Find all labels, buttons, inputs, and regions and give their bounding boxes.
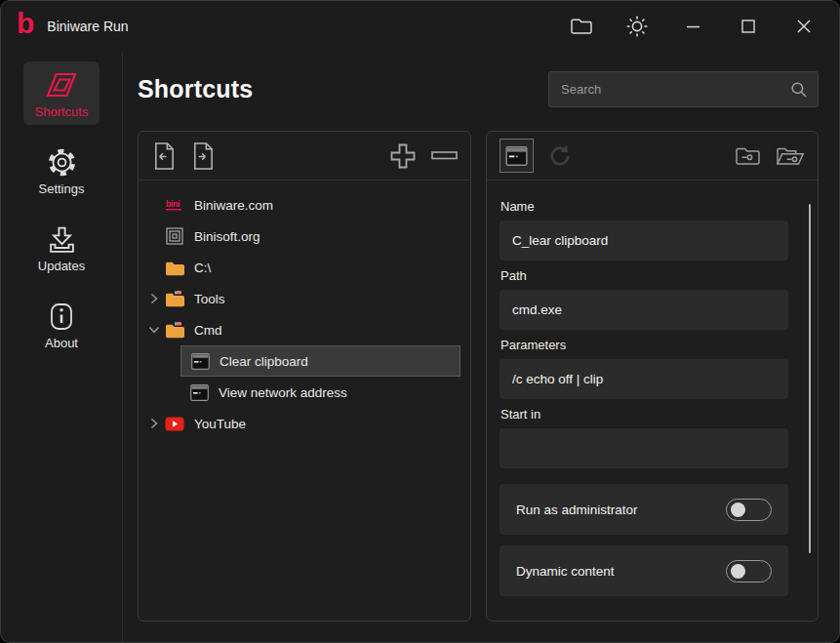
- browse-file-button[interactable]: [735, 145, 762, 167]
- close-icon: [797, 20, 811, 33]
- close-button[interactable]: [791, 12, 817, 41]
- tree-item-label: YouTube: [194, 417, 246, 431]
- content-panels: bini Biniware.com Binisoft.org: [123, 116, 839, 642]
- folder-icon: [569, 16, 594, 37]
- app-window: b Biniware Run: [0, 0, 840, 643]
- folder-icon: [163, 291, 186, 307]
- search-input[interactable]: [561, 82, 790, 97]
- run-as-admin-toggle[interactable]: [726, 499, 772, 521]
- search-icon: [790, 81, 808, 99]
- folder-button[interactable]: [569, 12, 594, 41]
- scrollbar-thumb[interactable]: [809, 204, 811, 553]
- chevron-right-icon[interactable]: [145, 293, 163, 304]
- tree-item-label: Biniware.com: [194, 198, 273, 213]
- sidebar: Shortcuts Settings Updates About: [1, 52, 123, 642]
- minimize-icon: [687, 25, 700, 28]
- tree-item-tools[interactable]: Tools: [139, 283, 465, 314]
- name-field[interactable]: [500, 221, 788, 261]
- tree-item-view-network-address[interactable]: View network address: [180, 377, 465, 408]
- run-as-admin-row: Run as administrator: [500, 484, 788, 535]
- download-icon: [25, 223, 98, 255]
- refresh-icon: [547, 143, 573, 169]
- biniware-logo-icon: b: [17, 11, 34, 36]
- import-file-icon: [151, 141, 177, 171]
- main-area: Shortcuts: [123, 52, 839, 642]
- tree-item-clear-clipboard[interactable]: Clear clipboard: [180, 345, 460, 377]
- parameters-label: Parameters: [500, 338, 788, 352]
- sidebar-item-updates[interactable]: Updates: [23, 216, 100, 279]
- shortcuts-icon: [25, 69, 98, 100]
- run-as-admin-label: Run as administrator: [516, 502, 638, 517]
- browse-folder-icon: [776, 145, 805, 167]
- toggle-knob: [731, 564, 745, 579]
- sidebar-item-label: Updates: [25, 259, 98, 273]
- biniware-favicon-icon: bini: [163, 198, 186, 212]
- plus-icon: [388, 141, 418, 171]
- shortcut-properties-panel: Name Path Parameters Start in Run as adm…: [486, 131, 819, 622]
- remove-shortcut-button[interactable]: [431, 151, 458, 160]
- tree-item-label: Cmd: [194, 323, 222, 338]
- title-bar: b Biniware Run: [1, 1, 839, 52]
- binisoft-favicon-icon: [163, 227, 186, 245]
- title-bar-left: b Biniware Run: [17, 17, 129, 36]
- import-button[interactable]: [151, 141, 177, 171]
- tree-item-cdrive[interactable]: C:\: [139, 252, 465, 283]
- parameters-field[interactable]: [500, 359, 788, 399]
- youtube-icon: [163, 417, 186, 431]
- tree-item-label: Binisoft.org: [194, 229, 260, 244]
- path-field[interactable]: [500, 290, 788, 330]
- reset-icon-button[interactable]: [547, 143, 573, 169]
- tree-item-label: Clear clipboard: [220, 354, 308, 369]
- shortcut-icon-preview-button[interactable]: [500, 139, 534, 173]
- tree-item-binisoft[interactable]: Binisoft.org: [139, 221, 465, 252]
- page-title: Shortcuts: [138, 75, 253, 103]
- maximize-icon: [741, 20, 755, 33]
- dynamic-content-toggle[interactable]: [726, 560, 772, 583]
- sidebar-item-label: Shortcuts: [25, 104, 98, 119]
- minimize-button[interactable]: [680, 12, 705, 41]
- chevron-right-icon[interactable]: [145, 418, 163, 429]
- dynamic-content-label: Dynamic content: [516, 564, 615, 579]
- shortcuts-tree-panel: bini Biniware.com Binisoft.org: [138, 131, 471, 622]
- add-shortcut-button[interactable]: [388, 141, 418, 171]
- browse-folder-button[interactable]: [776, 145, 805, 167]
- terminal-icon: [505, 146, 528, 166]
- minus-icon: [431, 151, 458, 160]
- sidebar-item-label: About: [25, 336, 98, 350]
- tree-item-biniware[interactable]: bini Biniware.com: [139, 189, 465, 221]
- gear-icon: [25, 146, 98, 178]
- tree-toolbar: [139, 132, 470, 181]
- browse-file-icon: [735, 145, 762, 167]
- info-icon: [25, 301, 98, 332]
- terminal-icon: [188, 353, 212, 370]
- app-body: Shortcuts Settings Updates About: [1, 52, 839, 642]
- sun-icon: [624, 14, 650, 39]
- shortcuts-tree: bini Biniware.com Binisoft.org: [139, 181, 470, 621]
- terminal-icon: [187, 384, 211, 401]
- tree-item-label: Tools: [194, 292, 225, 306]
- tree-item-cmd[interactable]: Cmd: [139, 314, 465, 345]
- theme-button[interactable]: [624, 12, 650, 41]
- window-controls: [569, 12, 817, 41]
- dynamic-content-row: Dynamic content: [500, 545, 788, 596]
- folder-icon: [163, 260, 186, 276]
- sidebar-item-about[interactable]: About: [23, 293, 100, 356]
- chevron-down-icon[interactable]: [145, 325, 163, 335]
- maximize-button[interactable]: [736, 12, 761, 41]
- properties-toolbar: [487, 132, 818, 181]
- path-label: Path: [500, 268, 788, 283]
- folder-icon: [163, 322, 186, 339]
- properties-form: Name Path Parameters Start in Run as adm…: [487, 181, 818, 621]
- search-box: [548, 71, 819, 107]
- tree-item-youtube[interactable]: YouTube: [139, 408, 465, 439]
- toggle-knob: [731, 502, 745, 517]
- startin-field[interactable]: [500, 428, 788, 468]
- tree-item-label: View network address: [219, 385, 347, 400]
- sidebar-item-settings[interactable]: Settings: [23, 139, 100, 202]
- sidebar-item-label: Settings: [25, 181, 98, 196]
- svg-text:bini: bini: [166, 199, 180, 209]
- tree-item-label: C:\: [194, 261, 211, 275]
- sidebar-item-shortcuts[interactable]: Shortcuts: [23, 61, 100, 125]
- export-button[interactable]: [190, 141, 216, 171]
- export-file-icon: [190, 141, 216, 171]
